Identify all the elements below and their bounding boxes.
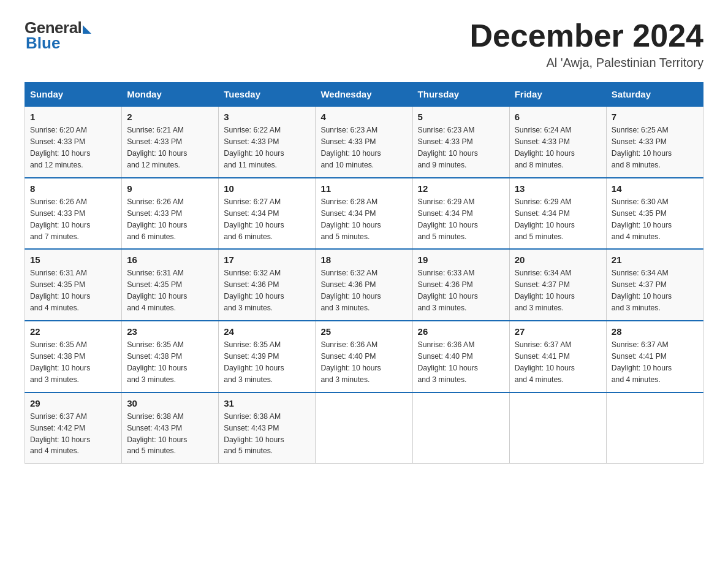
day-number: 18 [320, 255, 407, 265]
day-number: 28 [612, 326, 698, 337]
col-tuesday: Tuesday [219, 83, 316, 107]
col-thursday: Thursday [412, 83, 509, 107]
day-info: Sunrise: 6:20 AMSunset: 4:33 PMDaylight:… [30, 124, 116, 171]
day-number: 11 [320, 183, 407, 194]
calendar-cell: 11 Sunrise: 6:28 AMSunset: 4:34 PMDaylig… [316, 178, 412, 250]
calendar-row: 1 Sunrise: 6:20 AMSunset: 4:33 PMDayligh… [25, 106, 703, 178]
calendar-cell: 18 Sunrise: 6:32 AMSunset: 4:36 PMDaylig… [316, 249, 412, 321]
calendar-cell: 15 Sunrise: 6:31 AMSunset: 4:35 PMDaylig… [25, 249, 122, 321]
month-title: December 2024 [469, 18, 703, 53]
calendar-cell: 14 Sunrise: 6:30 AMSunset: 4:35 PMDaylig… [606, 178, 703, 250]
day-info: Sunrise: 6:35 AMSunset: 4:38 PMDaylight:… [30, 339, 116, 386]
day-number: 4 [320, 112, 407, 122]
calendar-cell [412, 393, 509, 464]
calendar-cell: 6 Sunrise: 6:24 AMSunset: 4:33 PMDayligh… [509, 106, 606, 178]
logo-blue-text: Blue [26, 34, 60, 53]
day-info: Sunrise: 6:36 AMSunset: 4:40 PMDaylight:… [418, 339, 504, 386]
col-monday: Monday [122, 83, 219, 107]
logo: General Blue [25, 18, 91, 53]
logo-arrow-icon [83, 25, 91, 34]
calendar-cell: 29 Sunrise: 6:37 AMSunset: 4:42 PMDaylig… [25, 393, 122, 464]
title-block: December 2024 Al 'Awja, Palestinian Terr… [469, 18, 703, 70]
calendar-cell [316, 393, 412, 464]
day-info: Sunrise: 6:37 AMSunset: 4:41 PMDaylight:… [515, 339, 601, 386]
col-saturday: Saturday [606, 83, 703, 107]
calendar-cell: 26 Sunrise: 6:36 AMSunset: 4:40 PMDaylig… [412, 321, 509, 393]
calendar-cell: 19 Sunrise: 6:33 AMSunset: 4:36 PMDaylig… [412, 249, 509, 321]
day-number: 21 [612, 255, 698, 265]
day-info: Sunrise: 6:31 AMSunset: 4:35 PMDaylight:… [127, 267, 213, 314]
day-number: 10 [224, 183, 310, 194]
day-info: Sunrise: 6:38 AMSunset: 4:43 PMDaylight:… [127, 411, 213, 458]
day-info: Sunrise: 6:29 AMSunset: 4:34 PMDaylight:… [515, 196, 601, 243]
day-number: 30 [127, 398, 213, 408]
calendar-cell: 7 Sunrise: 6:25 AMSunset: 4:33 PMDayligh… [606, 106, 703, 178]
day-number: 1 [30, 112, 116, 122]
col-wednesday: Wednesday [316, 83, 412, 107]
day-info: Sunrise: 6:34 AMSunset: 4:37 PMDaylight:… [515, 267, 601, 314]
calendar-cell: 31 Sunrise: 6:38 AMSunset: 4:43 PMDaylig… [219, 393, 316, 464]
day-number: 24 [224, 326, 310, 337]
day-info: Sunrise: 6:38 AMSunset: 4:43 PMDaylight:… [224, 411, 310, 458]
day-number: 31 [224, 398, 310, 408]
calendar-cell: 2 Sunrise: 6:21 AMSunset: 4:33 PMDayligh… [122, 106, 219, 178]
day-info: Sunrise: 6:31 AMSunset: 4:35 PMDaylight:… [30, 267, 116, 314]
day-info: Sunrise: 6:37 AMSunset: 4:41 PMDaylight:… [612, 339, 698, 386]
day-info: Sunrise: 6:36 AMSunset: 4:40 PMDaylight:… [320, 339, 407, 386]
day-info: Sunrise: 6:23 AMSunset: 4:33 PMDaylight:… [320, 124, 407, 171]
day-info: Sunrise: 6:21 AMSunset: 4:33 PMDaylight:… [127, 124, 213, 171]
calendar-cell: 21 Sunrise: 6:34 AMSunset: 4:37 PMDaylig… [606, 249, 703, 321]
day-number: 8 [30, 183, 116, 194]
day-info: Sunrise: 6:26 AMSunset: 4:33 PMDaylight:… [30, 196, 116, 243]
day-info: Sunrise: 6:23 AMSunset: 4:33 PMDaylight:… [418, 124, 504, 171]
calendar-cell: 3 Sunrise: 6:22 AMSunset: 4:33 PMDayligh… [219, 106, 316, 178]
col-sunday: Sunday [25, 83, 122, 107]
page-header: General Blue December 2024 Al 'Awja, Pal… [25, 18, 703, 70]
day-number: 25 [320, 326, 407, 337]
day-info: Sunrise: 6:28 AMSunset: 4:34 PMDaylight:… [320, 196, 407, 243]
calendar-cell: 9 Sunrise: 6:26 AMSunset: 4:33 PMDayligh… [122, 178, 219, 250]
calendar-cell: 4 Sunrise: 6:23 AMSunset: 4:33 PMDayligh… [316, 106, 412, 178]
calendar-cell: 28 Sunrise: 6:37 AMSunset: 4:41 PMDaylig… [606, 321, 703, 393]
day-number: 15 [30, 255, 116, 265]
day-number: 16 [127, 255, 213, 265]
day-info: Sunrise: 6:27 AMSunset: 4:34 PMDaylight:… [224, 196, 310, 243]
day-number: 26 [418, 326, 504, 337]
day-number: 7 [612, 112, 698, 122]
calendar-cell: 23 Sunrise: 6:35 AMSunset: 4:38 PMDaylig… [122, 321, 219, 393]
day-number: 9 [127, 183, 213, 194]
day-info: Sunrise: 6:32 AMSunset: 4:36 PMDaylight:… [320, 267, 407, 314]
calendar-row: 8 Sunrise: 6:26 AMSunset: 4:33 PMDayligh… [25, 178, 703, 250]
day-number: 5 [418, 112, 504, 122]
calendar-cell: 5 Sunrise: 6:23 AMSunset: 4:33 PMDayligh… [412, 106, 509, 178]
day-number: 6 [515, 112, 601, 122]
day-info: Sunrise: 6:34 AMSunset: 4:37 PMDaylight:… [612, 267, 698, 314]
day-info: Sunrise: 6:35 AMSunset: 4:38 PMDaylight:… [127, 339, 213, 386]
calendar-cell [606, 393, 703, 464]
col-friday: Friday [509, 83, 606, 107]
calendar-header: Sunday Monday Tuesday Wednesday Thursday… [25, 83, 703, 107]
day-info: Sunrise: 6:30 AMSunset: 4:35 PMDaylight:… [612, 196, 698, 243]
calendar-body: 1 Sunrise: 6:20 AMSunset: 4:33 PMDayligh… [25, 106, 703, 464]
calendar-cell: 10 Sunrise: 6:27 AMSunset: 4:34 PMDaylig… [219, 178, 316, 250]
calendar-cell: 25 Sunrise: 6:36 AMSunset: 4:40 PMDaylig… [316, 321, 412, 393]
day-number: 29 [30, 398, 116, 408]
day-number: 3 [224, 112, 310, 122]
calendar-row: 22 Sunrise: 6:35 AMSunset: 4:38 PMDaylig… [25, 321, 703, 393]
calendar-table: Sunday Monday Tuesday Wednesday Thursday… [25, 82, 703, 464]
calendar-cell: 22 Sunrise: 6:35 AMSunset: 4:38 PMDaylig… [25, 321, 122, 393]
calendar-cell: 30 Sunrise: 6:38 AMSunset: 4:43 PMDaylig… [122, 393, 219, 464]
calendar-cell: 16 Sunrise: 6:31 AMSunset: 4:35 PMDaylig… [122, 249, 219, 321]
day-info: Sunrise: 6:32 AMSunset: 4:36 PMDaylight:… [224, 267, 310, 314]
day-number: 13 [515, 183, 601, 194]
day-number: 2 [127, 112, 213, 122]
day-number: 12 [418, 183, 504, 194]
calendar-cell: 13 Sunrise: 6:29 AMSunset: 4:34 PMDaylig… [509, 178, 606, 250]
calendar-row: 15 Sunrise: 6:31 AMSunset: 4:35 PMDaylig… [25, 249, 703, 321]
day-info: Sunrise: 6:33 AMSunset: 4:36 PMDaylight:… [418, 267, 504, 314]
day-info: Sunrise: 6:25 AMSunset: 4:33 PMDaylight:… [612, 124, 698, 171]
day-info: Sunrise: 6:26 AMSunset: 4:33 PMDaylight:… [127, 196, 213, 243]
calendar-cell: 27 Sunrise: 6:37 AMSunset: 4:41 PMDaylig… [509, 321, 606, 393]
day-info: Sunrise: 6:24 AMSunset: 4:33 PMDaylight:… [515, 124, 601, 171]
day-number: 23 [127, 326, 213, 337]
